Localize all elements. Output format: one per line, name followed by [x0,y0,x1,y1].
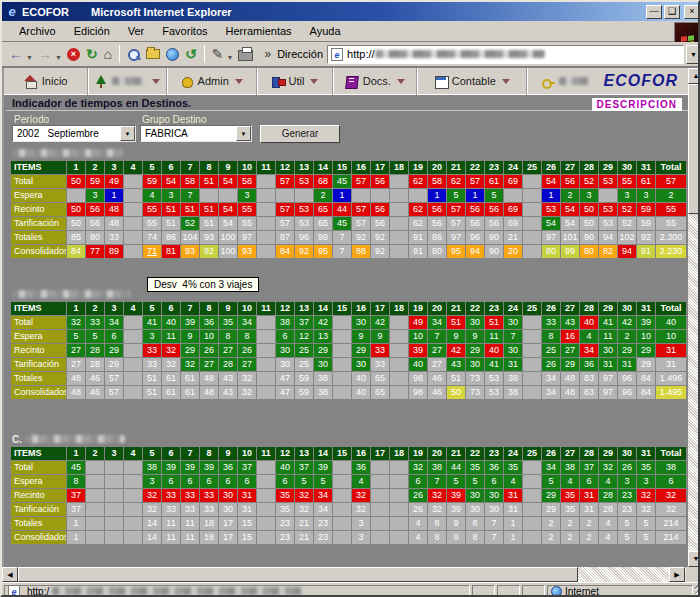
data-cell [86,475,104,488]
toolbar-overflow-chevron[interactable]: » [264,47,271,61]
edit-button[interactable]: ✎ [209,44,227,64]
vertical-scrollbar-thumb[interactable] [688,84,700,214]
total-header-cell: Total [656,161,686,174]
day-header-cell: 6 [162,161,180,174]
data-cell [390,189,408,202]
data-cell: 30 [219,489,237,502]
day-header-cell: 19 [409,161,427,174]
data-cell: 42 [618,316,636,329]
favorites-button[interactable] [143,44,163,64]
day-header-cell: 18 [390,447,408,460]
menu-herramientas[interactable]: Herramientas [217,23,301,39]
data-cell: 80 [86,231,104,244]
data-cell: 9 [447,531,465,544]
data-cell: 92 [637,231,655,244]
scroll-down-button[interactable]: ▼ [688,551,700,567]
data-cell: 32 [143,489,161,502]
horizontal-scrollbar[interactable]: ◀ ▶ [2,567,686,582]
data-cell: 5 [542,475,560,488]
forward-dropdown-icon[interactable]: ▼ [55,54,62,61]
data-cell: 77 [86,245,104,258]
data-cell [523,461,541,474]
forward-button[interactable]: → [35,44,55,64]
data-cell: 26 [409,503,427,516]
maximize-button[interactable]: ❑ [664,5,680,19]
vertical-scrollbar[interactable]: ▲ ▼ [688,68,700,567]
menu-ver[interactable]: Ver [119,23,154,39]
day-header-cell: 30 [618,447,636,460]
data-cell: 8 [238,330,256,343]
scroll-up-button[interactable]: ▲ [688,68,700,84]
menu-favoritos[interactable]: Favoritos [153,23,216,39]
data-cell: 38 [561,461,579,474]
data-cell: 69 [504,203,522,216]
generar-button[interactable]: Generar [260,125,340,143]
data-cell [257,217,275,230]
scroll-left-button[interactable]: ◀ [2,567,18,582]
minimize-button[interactable]: — [646,5,662,19]
media-button[interactable] [163,44,182,64]
data-cell [523,189,541,202]
data-cell: 2 [542,531,560,544]
search-button[interactable] [124,44,143,64]
appbar-redacted-button-2[interactable] [527,68,603,95]
day-header-cell: 15 [333,161,351,174]
menu-archivo[interactable]: Archivo [10,23,65,39]
home-button[interactable]: ⌂ [101,44,115,64]
day-header-cell: 2 [86,302,104,315]
data-cell: 40 [580,316,598,329]
day-header-cell: 2 [86,161,104,174]
menu-edicion[interactable]: Edición [65,23,119,39]
destino-data-table: ITEMS12345678910111213141516171819202122… [10,160,687,259]
periodo-select[interactable]: 2002 Septiembre ▼ [12,125,136,142]
history-button[interactable]: ↺ [182,44,200,64]
data-cell [86,531,104,544]
refresh-button[interactable]: ↻ [83,44,101,64]
back-dropdown-icon[interactable]: ▼ [26,54,33,61]
data-cell [390,531,408,544]
appbar-docs-button[interactable]: Docs. [333,68,417,95]
data-cell [105,503,123,516]
address-dropdown-button[interactable]: ▼ [686,45,700,64]
horizontal-scrollbar-thumb[interactable] [18,567,578,582]
appbar-admin-button[interactable]: Admin [167,68,257,95]
back-button[interactable]: ← [6,44,26,64]
day-header-cell: 16 [352,447,370,460]
day-header-cell: 10 [238,161,256,174]
appbar-inicio-button[interactable]: Inicio [4,68,88,95]
data-cell: 68 [314,175,332,188]
data-cell: 4 [599,475,617,488]
grupo-destino-select[interactable]: FABRICA ▼ [140,125,252,142]
day-header-cell: 8 [200,161,218,174]
data-cell: 32 [352,489,370,502]
data-cell [390,316,408,329]
address-input[interactable]: e http:// [327,45,684,64]
edit-dropdown-icon[interactable]: ▼ [227,54,234,61]
data-cell: 89 [105,245,123,258]
day-header-cell: 10 [238,302,256,315]
data-cell: 52 [618,203,636,216]
data-cell: 4 [143,189,161,202]
toolbar-separator [119,45,120,63]
chevron-down-icon[interactable]: ▼ [120,126,135,141]
day-header-cell: 5 [143,302,161,315]
appbar-contable-button[interactable]: Contable [417,68,527,95]
resize-grip[interactable] [695,585,700,597]
data-cell: 33 [143,358,161,371]
scroll-right-button[interactable]: ▶ [669,567,685,582]
print-button[interactable] [235,44,256,64]
data-cell: 51 [447,316,465,329]
chevron-down-icon[interactable]: ▼ [236,126,251,141]
menu-ayuda[interactable]: Ayuda [301,23,350,39]
data-cell: 33 [200,503,218,516]
appbar-redacted-button-1[interactable] [88,68,166,95]
stop-button[interactable]: × [64,44,83,64]
day-header-cell: 29 [599,447,617,460]
data-cell-link[interactable]: 71 [143,245,161,258]
close-button[interactable]: × [684,5,700,19]
descripcion-button[interactable]: DESCRIPCION [592,98,682,111]
appbar-util-button[interactable]: Util [257,68,333,95]
data-cell: 92 [352,231,370,244]
ie-logo-icon: e [4,4,20,19]
day-header-cell: 28 [580,161,598,174]
